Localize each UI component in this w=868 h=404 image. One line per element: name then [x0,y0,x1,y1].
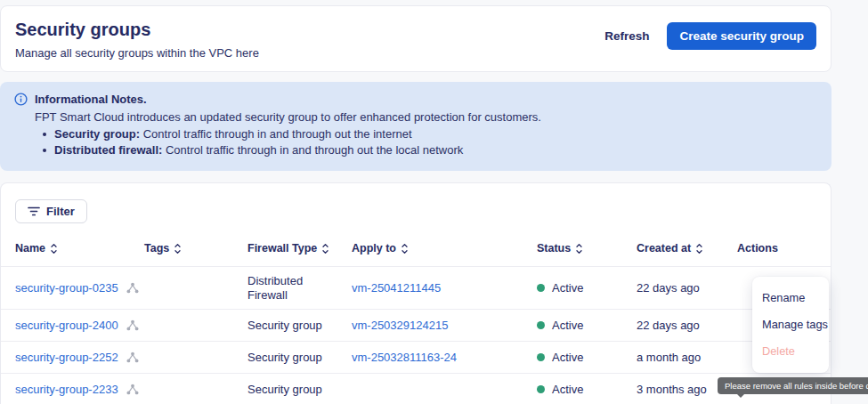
vm-link[interactable]: vm-25041211445 [352,281,441,295]
firewall-type-cell: Security group [247,383,352,397]
info-banner: Informational Notes. FPT Smart Cloud int… [0,82,831,171]
created-at-cell: a month ago [637,351,737,364]
column-header-tags[interactable]: Tags [144,242,247,255]
create-security-group-button[interactable]: Create security group [667,22,816,50]
column-label: Name [15,242,45,255]
hierarchy-icon[interactable] [126,319,139,331]
apply-to-cell: vm-25032811163-24 [352,351,537,364]
security-groups-table-card: Filter Name Tags Firewall Type Apply to … [0,182,831,404]
sort-icon[interactable] [401,243,409,255]
vm-link[interactable]: vm-250329124215 [352,319,448,332]
firewall-type-cell: Security group [247,319,352,333]
banner-bullet-security-group: Security group: Control traffic through … [35,127,817,141]
table-row: security-group-2400 Security group vm-25… [1,310,831,342]
header-actions: Refresh Create security group [603,22,816,50]
row-actions-menu: Rename Manage tags Delete [752,277,829,373]
vm-link[interactable]: vm-25032811163-24 [352,351,457,364]
hierarchy-icon[interactable] [126,351,139,363]
status-dot-icon [537,284,545,292]
status-cell: Active [537,319,637,332]
status-badge: Active [552,383,583,396]
apply-to-cell: vm-25041211445 [352,281,537,295]
column-header-name[interactable]: Name [1,242,144,255]
table-row: security-group-2252 Security group vm-25… [1,342,831,374]
page-title: Security groups [15,19,259,40]
bullet-desc: Control traffic through in and through o… [162,143,463,157]
column-label: Firewall Type [247,242,317,255]
bullet-desc: Control traffic through in and through o… [140,127,411,141]
page-header: Security groups Manage all security grou… [0,5,831,72]
sort-icon[interactable] [50,243,58,255]
name-cell: security-group-2400 [1,319,144,332]
filter-button[interactable]: Filter [15,199,87,223]
column-label: Apply to [352,242,396,255]
bullet-dot [43,133,46,136]
status-badge: Active [552,351,583,364]
security-group-link[interactable]: security-group-2252 [15,351,118,364]
status-cell: Active [537,281,637,295]
table-header-row: Name Tags Firewall Type Apply to Status … [1,230,831,267]
bullet-term: Distributed firewall: [54,143,162,157]
column-label: Actions [737,242,778,255]
status-badge: Active [552,319,583,332]
hierarchy-icon[interactable] [126,282,139,294]
status-badge: Active [552,281,583,295]
column-label: Created at [637,242,691,255]
table-body: security-group-0235 Distributed Firewall… [1,267,831,404]
status-dot-icon [537,353,545,361]
firewall-type-cell: Distributed Firewall [247,274,352,303]
firewall-type-cell: Security group [247,351,352,365]
sort-icon[interactable] [575,243,583,255]
table-row: security-group-2233 Security group Activ… [1,374,831,404]
security-group-link[interactable]: security-group-0235 [15,281,118,295]
column-label: Tags [144,242,169,255]
sort-icon[interactable] [695,243,703,255]
column-header-apply-to[interactable]: Apply to [352,242,537,255]
banner-bullet-distributed-firewall: Distributed firewall: Control traffic th… [35,143,817,157]
table-row: security-group-0235 Distributed Firewall… [1,267,831,310]
created-at-cell: 22 days ago [637,319,737,332]
bullet-dot [43,149,46,152]
refresh-button[interactable]: Refresh [603,24,651,48]
column-label: Status [537,242,571,255]
status-dot-icon [537,385,545,393]
status-cell: Active [537,383,637,396]
menu-item-delete: Delete [752,338,829,365]
tooltip-caret [736,393,745,398]
menu-item-manage-tags[interactable]: Manage tags [752,311,829,338]
banner-bullet-list: Security group: Control traffic through … [35,127,817,157]
security-group-link[interactable]: security-group-2233 [15,383,118,396]
column-header-actions: Actions [737,242,831,255]
hierarchy-icon[interactable] [126,384,139,395]
page-header-text: Security groups Manage all security grou… [15,19,259,60]
column-header-created-at[interactable]: Created at [637,242,737,255]
banner-intro: FPT Smart Cloud introduces an updated se… [35,110,817,124]
status-cell: Active [537,351,637,364]
bullet-term: Security group: [54,127,140,141]
name-cell: security-group-2233 [1,383,144,396]
apply-to-cell: vm-250329124215 [352,319,537,332]
banner-title: Informational Notes. [35,93,147,106]
status-dot-icon [537,321,545,329]
name-cell: security-group-2252 [1,351,144,364]
sort-icon[interactable] [174,243,182,255]
menu-item-rename[interactable]: Rename [752,285,829,311]
filter-button-label: Filter [46,205,75,218]
filter-icon [28,206,40,216]
info-icon [14,93,28,106]
name-cell: security-group-0235 [1,281,144,295]
column-header-status[interactable]: Status [537,242,637,255]
column-header-firewall-type[interactable]: Firewall Type [247,242,352,255]
delete-disabled-tooltip: Please remove all rules inside before de… [718,377,868,394]
security-group-link[interactable]: security-group-2400 [15,319,118,332]
sort-icon[interactable] [321,243,329,255]
created-at-cell: 22 days ago [637,281,737,295]
page-subtitle: Manage all security groups within the VP… [15,46,259,60]
